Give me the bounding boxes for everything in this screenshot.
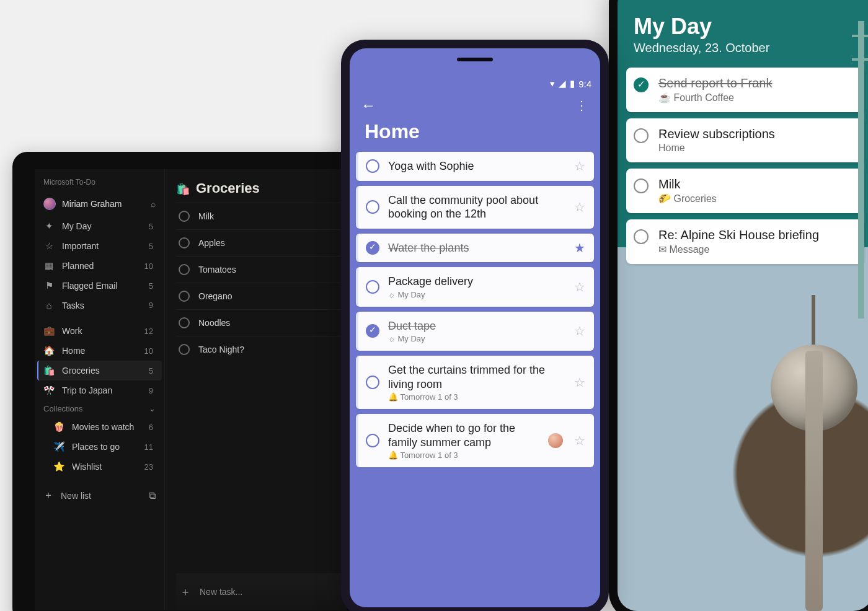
complete-checkbox[interactable]	[366, 241, 379, 255]
task-title: Milk	[658, 177, 857, 191]
collection-label: Places to go	[72, 442, 137, 452]
nav-item[interactable]: ☆ Important 5	[37, 236, 162, 256]
task-list: Send report to Frank ☕ Fourth Coffee Rev…	[618, 65, 868, 266]
nav-item[interactable]: ▦ Planned 10	[37, 256, 162, 276]
complete-checkbox[interactable]	[634, 178, 649, 193]
sidebar-list-item[interactable]: 🏠 Home 10	[37, 341, 162, 361]
complete-checkbox[interactable]	[366, 324, 379, 338]
star-icon[interactable]: ☆	[573, 376, 587, 389]
list-count: 9	[149, 386, 156, 395]
task-row[interactable]: Oregano	[176, 283, 347, 309]
nav-item[interactable]: ✦ My Day 5	[37, 216, 162, 236]
nav-label: My Day	[62, 221, 141, 231]
collection-icon: ✈️	[53, 441, 64, 452]
chevron-down-icon: ⌄	[149, 404, 156, 413]
task-card[interactable]: Get the curtains trimmed for the living …	[356, 356, 594, 409]
complete-checkbox[interactable]	[366, 376, 379, 389]
task-row[interactable]: Noodles	[176, 309, 347, 336]
task-card[interactable]: Call the community pool about booking on…	[356, 186, 594, 229]
complete-checkbox[interactable]	[179, 291, 190, 302]
new-group-icon[interactable]: ⧉	[149, 490, 156, 501]
collections-header[interactable]: Collections ⌄	[37, 400, 162, 417]
collection-label: Movies to watch	[72, 422, 141, 432]
list-count: 5	[149, 366, 156, 376]
collection-label: Wishlist	[72, 462, 137, 472]
nav-count: 10	[144, 262, 156, 271]
sidebar-list-item[interactable]: 💼 Work 12	[37, 321, 162, 341]
android-device: ▾ ◢ ▮ 9:4 ← ⋮ Home Yoga with Sophie ☆ Ca…	[341, 40, 609, 611]
list-icon: 🎌	[43, 385, 55, 396]
task-card[interactable]: Package delivery ☼ My Day ☆	[356, 267, 594, 307]
complete-checkbox[interactable]	[179, 344, 190, 355]
complete-checkbox[interactable]	[179, 264, 190, 275]
nav-icon: ▦	[43, 260, 55, 271]
complete-checkbox[interactable]	[634, 128, 649, 143]
task-title: Apples	[198, 238, 225, 248]
task-row[interactable]: Apples	[176, 229, 347, 256]
collections-label: Collections	[43, 404, 149, 413]
task-title: Decide when to go for the family summer …	[388, 421, 539, 449]
collection-item[interactable]: ✈️ Places to go 11	[37, 437, 162, 457]
desktop-app: Microsoft To-Do Miriam Graham ⌕ ✦ My Day…	[35, 169, 347, 610]
task-title: Duct tape	[388, 319, 564, 333]
task-row[interactable]: Tomatoes	[176, 256, 347, 283]
back-icon[interactable]: ←	[361, 97, 376, 114]
star-icon[interactable]: ☆	[573, 159, 587, 173]
list-label: Home	[62, 346, 137, 356]
nav-count: 5	[149, 281, 156, 291]
star-icon[interactable]: ☆	[573, 280, 587, 294]
task-title: Package delivery	[388, 275, 564, 289]
task-card[interactable]: Re: Alpine Ski House briefing ✉ Message	[626, 219, 864, 264]
overflow-icon[interactable]: ⋮	[575, 98, 589, 113]
star-icon[interactable]: ★	[573, 241, 587, 255]
collection-icon: ⭐	[53, 461, 64, 472]
nav-item[interactable]: ⌂ Tasks 9	[37, 296, 162, 315]
battery-icon: ▮	[570, 78, 575, 89]
new-task-placeholder: New task...	[200, 587, 242, 597]
search-icon[interactable]: ⌕	[151, 199, 156, 209]
complete-checkbox[interactable]	[366, 159, 379, 173]
task-row[interactable]: Milk	[176, 203, 347, 229]
nav-item[interactable]: ⚑ Flagged Email 5	[37, 276, 162, 296]
complete-checkbox[interactable]	[179, 237, 190, 248]
task-card[interactable]: Decide when to go for the family summer …	[356, 414, 594, 467]
task-card[interactable]: Yoga with Sophie ☆	[356, 152, 594, 181]
star-icon[interactable]: ☆	[573, 324, 587, 338]
collection-item[interactable]: ⭐ Wishlist 23	[37, 457, 162, 477]
list-label: Work	[62, 326, 137, 336]
task-card[interactable]: Review subscriptions Home	[626, 118, 864, 162]
collection-item[interactable]: 🍿 Movies to watch 6	[37, 417, 162, 437]
status-time: 9:4	[578, 79, 591, 89]
complete-checkbox[interactable]	[366, 434, 379, 447]
new-list-button[interactable]: ＋ New list ⧉	[37, 483, 162, 508]
task-row[interactable]: Taco Night?	[176, 336, 347, 363]
task-card[interactable]: Send report to Frank ☕ Fourth Coffee	[626, 68, 864, 112]
signal-icon: ◢	[559, 78, 566, 89]
nav-label: Planned	[62, 261, 137, 271]
complete-checkbox[interactable]	[179, 211, 190, 222]
account-row[interactable]: Miriam Graham ⌕	[37, 194, 162, 216]
task-card[interactable]: Water the plants ★	[356, 234, 594, 263]
task-title: Tomatoes	[198, 265, 236, 275]
task-card[interactable]: Duct tape ☼ My Day ☆	[356, 312, 594, 351]
complete-checkbox[interactable]	[634, 77, 649, 92]
task-meta: ☼ My Day	[388, 334, 564, 343]
sidebar-list-item[interactable]: 🛍️ Groceries 5	[37, 361, 162, 380]
complete-checkbox[interactable]	[366, 280, 379, 294]
list-count: 10	[144, 346, 156, 356]
collection-icon: 🍿	[53, 421, 64, 433]
complete-checkbox[interactable]	[179, 317, 190, 328]
task-title: Yoga with Sophie	[388, 159, 564, 174]
new-task-input[interactable]: ＋ New task...	[176, 573, 347, 610]
nav-icon: ⚑	[43, 280, 55, 291]
star-icon[interactable]: ☆	[573, 200, 587, 214]
nav-count: 9	[149, 301, 156, 310]
star-icon[interactable]: ☆	[573, 434, 587, 447]
sidebar-list-item[interactable]: 🎌 Trip to Japan 9	[37, 380, 162, 400]
plus-icon: ＋	[43, 489, 53, 502]
task-card[interactable]: Milk 🌮 Groceries	[626, 169, 864, 213]
user-name: Miriam Graham	[62, 199, 144, 209]
nav-label: Tasks	[62, 301, 141, 310]
complete-checkbox[interactable]	[366, 200, 379, 214]
complete-checkbox[interactable]	[634, 229, 649, 244]
